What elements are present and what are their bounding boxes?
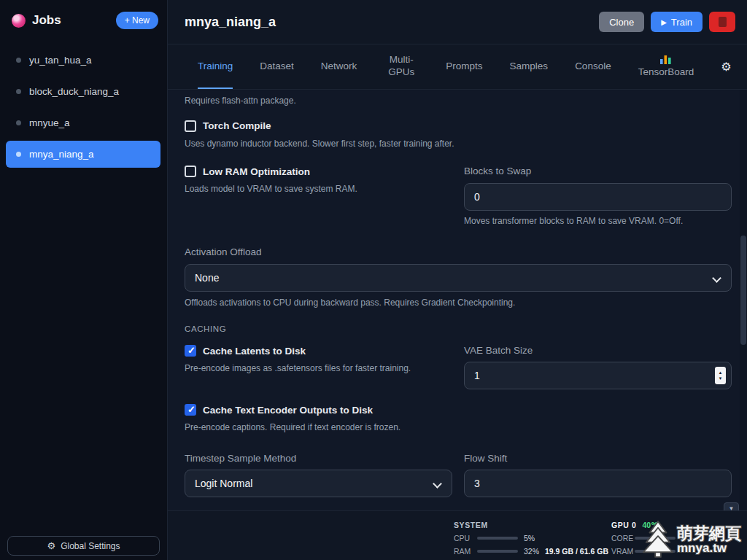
gpu-vram-label: VRAM xyxy=(611,547,635,556)
tab-console[interactable]: Console xyxy=(575,44,611,89)
blocks-to-swap-label: Blocks to Swap xyxy=(464,166,732,176)
low-ram-checkbox[interactable] xyxy=(185,166,196,177)
tabbar-settings-button[interactable] xyxy=(721,44,731,89)
cache-text-checkbox[interactable] xyxy=(185,404,196,416)
tab-network[interactable]: Network xyxy=(321,44,357,89)
tab-label: Dataset xyxy=(260,61,294,71)
sidebar: Jobs + New yu_tan_hua_a block_duck_niang… xyxy=(0,0,168,560)
blocks-to-swap-value: 0 xyxy=(474,191,480,203)
timestep-column: Timestep Sample Method Logit Normal xyxy=(185,453,452,497)
low-ram-row[interactable]: Low RAM Optimization xyxy=(185,166,452,177)
gpu-core-bar xyxy=(635,537,676,540)
torch-compile-label: Torch Compile xyxy=(203,120,271,131)
job-bullet-icon xyxy=(16,120,21,125)
cache-latents-row[interactable]: Cache Latents to Disk xyxy=(185,345,452,357)
clone-button[interactable]: Clone xyxy=(599,12,644,32)
flow-shift-label: Flow Shift xyxy=(464,453,732,464)
flow-shift-input[interactable]: 3 xyxy=(464,470,732,497)
torch-compile-help: Uses dynamo inductor backend. Slower fir… xyxy=(185,139,732,150)
stop-icon xyxy=(719,17,727,27)
cache-latents-help: Pre-encode images as .safetensors files … xyxy=(185,363,452,375)
new-job-button[interactable]: + New xyxy=(116,12,158,29)
tab-label: TensorBoard xyxy=(638,66,694,77)
activation-offload-select[interactable]: None xyxy=(185,264,732,292)
cache-latents-label: Cache Latents to Disk xyxy=(203,346,306,357)
scrollbar-track[interactable] xyxy=(740,90,747,510)
tensorboard-icon xyxy=(660,55,671,64)
settings-content: Requires flash-attn package. Torch Compi… xyxy=(168,90,747,510)
cache-latents-checkbox[interactable] xyxy=(185,345,196,357)
tab-label: Training xyxy=(198,61,233,71)
main-header: mnya_niang_a Clone ▶ Train xyxy=(168,0,747,44)
vae-batch-label: VAE Batch Size xyxy=(464,345,732,356)
vae-batch-value: 1 xyxy=(474,370,480,381)
caching-section-label: CACHING xyxy=(185,324,732,333)
chevron-down-icon xyxy=(712,273,721,283)
torch-compile-checkbox[interactable] xyxy=(185,120,196,132)
gpu-vram-bar xyxy=(635,550,676,553)
train-button[interactable]: ▶ Train xyxy=(651,12,703,32)
sidebar-item-job[interactable]: mnyue_a xyxy=(6,109,160,136)
vae-batch-input[interactable]: 1 xyxy=(464,362,732,389)
ram-detail: 19.9 GB / 61.6 GB xyxy=(545,547,608,556)
cpu-label: CPU xyxy=(454,534,477,542)
blocks-to-swap-column: Blocks to Swap 0 Moves transformer block… xyxy=(464,166,732,228)
tab-samples[interactable]: Samples xyxy=(510,44,549,89)
statusbar: SYSTEM CPU 5% RAM 32% 19.9 GB / 61.6 GB … xyxy=(168,510,747,560)
tab-multi-gpus[interactable]: Multi-GPUs xyxy=(384,44,419,89)
sidebar-item-job-active[interactable]: mnya_niang_a xyxy=(6,141,160,168)
job-item-label: block_duck_niang_a xyxy=(29,86,119,97)
sidebar-title: Jobs xyxy=(32,13,61,28)
number-stepper-icon[interactable] xyxy=(715,367,726,384)
page-title: mnya_niang_a xyxy=(185,15,276,30)
gpu-temp: 40℃ xyxy=(643,521,659,529)
train-button-label: Train xyxy=(671,17,692,28)
cpu-bar xyxy=(477,537,518,540)
vae-batch-column: VAE Batch Size 1 xyxy=(464,345,732,389)
jobs-icon xyxy=(12,14,26,28)
tab-tensorboard[interactable]: TensorBoard xyxy=(638,44,694,89)
tab-dataset[interactable]: Dataset xyxy=(260,44,294,89)
header-actions: Clone ▶ Train xyxy=(599,12,735,32)
tab-label: Console xyxy=(575,61,611,71)
timestep-select[interactable]: Logit Normal xyxy=(185,470,452,497)
torch-compile-row[interactable]: Torch Compile xyxy=(185,120,732,132)
global-settings-label: Global Settings xyxy=(61,541,120,551)
flow-shift-value: 3 xyxy=(474,478,480,489)
global-settings-button[interactable]: Global Settings xyxy=(7,536,160,556)
gpu-stats: GPU 0 40℃ CORE VRAM xyxy=(611,521,681,556)
sidebar-item-job[interactable]: block_duck_niang_a xyxy=(6,78,160,105)
job-bullet-icon xyxy=(16,152,21,157)
stop-button[interactable] xyxy=(709,12,735,32)
play-icon: ▶ xyxy=(661,18,667,26)
system-label: SYSTEM xyxy=(454,521,608,529)
ram-percent: 32% xyxy=(524,547,539,556)
tab-prompts[interactable]: Prompts xyxy=(446,44,482,89)
gear-icon xyxy=(721,60,731,74)
tab-training[interactable]: Training xyxy=(198,44,233,89)
tab-label: Multi-GPUs xyxy=(384,54,419,79)
blocks-to-swap-help: Moves transformer blocks to RAM to save … xyxy=(464,216,732,228)
timestep-value: Logit Normal xyxy=(195,478,252,489)
tab-label: Prompts xyxy=(446,61,482,71)
tab-label: Network xyxy=(321,61,357,71)
chevron-down-icon xyxy=(433,479,442,489)
scrollbar-thumb[interactable] xyxy=(740,236,746,345)
cache-text-row[interactable]: Cache Text Encoder Outputs to Disk xyxy=(185,404,732,416)
gpu-vram-row: VRAM xyxy=(611,547,681,556)
ram-label: RAM xyxy=(454,547,477,556)
activation-offload-help: Offloads activations to CPU during backw… xyxy=(185,298,732,309)
gear-icon xyxy=(47,540,55,551)
job-bullet-icon xyxy=(16,89,21,94)
low-ram-column: Low RAM Optimization Loads model to VRAM… xyxy=(185,166,452,228)
job-item-label: mnya_niang_a xyxy=(29,149,94,160)
gpu-core-row: CORE xyxy=(611,534,681,542)
cpu-percent: 5% xyxy=(524,534,535,542)
activation-offload-value: None xyxy=(195,272,219,284)
sidebar-item-job[interactable]: yu_tan_hua_a xyxy=(6,47,160,74)
ram-bar xyxy=(477,550,518,553)
blocks-to-swap-input[interactable]: 0 xyxy=(464,183,732,211)
low-ram-help: Loads model to VRAM to save system RAM. xyxy=(185,184,452,195)
flow-shift-column: Flow Shift 3 xyxy=(464,453,732,497)
cache-text-label: Cache Text Encoder Outputs to Disk xyxy=(203,405,373,416)
